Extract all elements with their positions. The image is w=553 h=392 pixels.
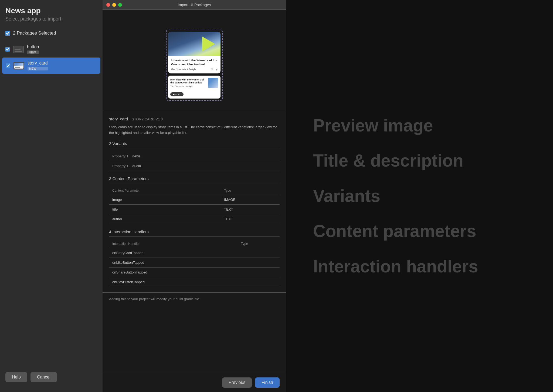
- story-card-info: story_card NEW: [28, 61, 48, 70]
- content-param-row-1: title TEXT: [109, 204, 280, 214]
- previous-button[interactable]: Previous: [222, 377, 252, 388]
- right-label-variants: Variants: [313, 187, 380, 205]
- left-sidebar: News app Select packages to import 2 Pac…: [0, 0, 103, 392]
- play-icon: ▶: [173, 93, 175, 96]
- title-bar: Import UI Packages: [103, 0, 286, 10]
- select-all-checkbox[interactable]: [5, 31, 10, 36]
- dialog-wrapper: Import UI Packages Interview with the Wi…: [103, 0, 286, 392]
- interaction-name-0: onStoryCardTapped: [109, 248, 238, 258]
- cancel-button[interactable]: Cancel: [30, 372, 57, 382]
- content-param-type-2: TEXT: [221, 214, 280, 224]
- story-card-small-thumbnail: [208, 78, 218, 88]
- footnote: Adding this to your project will modify …: [103, 292, 286, 305]
- share-icon[interactable]: ⤤: [215, 68, 218, 71]
- package-item-story-card[interactable]: story_card NEW: [2, 58, 100, 74]
- story-card-footer: The Cinematic Lifestyle ♡ ⤤: [171, 68, 218, 71]
- right-label-interaction-handlers: Interaction handlers: [313, 257, 478, 276]
- content-param-col1-header: Content Parameter: [109, 187, 221, 195]
- button-name: button: [27, 45, 39, 49]
- story-card-icon: [13, 62, 24, 69]
- content-param-name-2: author: [109, 214, 221, 224]
- interaction-section: 4 Interaction Handlers Interaction Handl…: [109, 229, 280, 287]
- right-label-preview-image: Preview image: [313, 116, 433, 135]
- interaction-row-3: onPlayButtonTapped: [109, 277, 280, 287]
- content-param-type-0: IMAGE: [221, 195, 280, 204]
- finish-button[interactable]: Finish: [255, 377, 280, 388]
- app-title: News app: [0, 4, 103, 16]
- story-card-large: Interview with the Winners of the Vancou…: [168, 32, 220, 73]
- preview-area: Interview with the Winners of the Vancou…: [103, 19, 286, 111]
- right-panel: Preview image Title & description Varian…: [286, 0, 553, 392]
- story-card-small-title: Interview with the Winners of the Vancou…: [170, 78, 206, 85]
- story-card-body: Interview with the Winners of the Vancou…: [168, 56, 220, 73]
- package-item-button[interactable]: button NEW: [0, 41, 103, 58]
- content-params-section: 3 Content Parameters Content Parameter T…: [109, 176, 280, 224]
- help-button[interactable]: Help: [5, 372, 27, 382]
- window-title: Import UI Packages: [178, 3, 211, 7]
- play-label: PLAY: [175, 93, 181, 96]
- detail-version: STORY CARD V1.0: [132, 117, 163, 121]
- story-card-actions: ♡ ⤤: [211, 68, 218, 71]
- button-icon: [13, 46, 24, 53]
- story-card-badge: NEW: [28, 67, 48, 70]
- interaction-type-0: [238, 248, 280, 258]
- right-label-title-description: Title & description: [313, 151, 463, 170]
- interaction-table: Interaction Handler Type onStoryCardTapp…: [109, 240, 280, 287]
- maximize-button[interactable]: [118, 3, 122, 7]
- story-card-checkbox[interactable]: [6, 63, 10, 68]
- traffic-lights: [106, 3, 122, 7]
- preview-card-container: Interview with the Winners of the Vancou…: [166, 30, 223, 101]
- close-button[interactable]: [106, 3, 110, 7]
- content-param-row-2: author TEXT: [109, 214, 280, 224]
- package-list: button NEW story_card NEW: [0, 39, 103, 367]
- interaction-row-0: onStoryCardTapped: [109, 248, 280, 258]
- button-info: button NEW: [27, 45, 39, 54]
- interaction-name-3: onPlayButtonTapped: [109, 277, 238, 287]
- variant-row-1: Property 1: audio: [109, 161, 280, 171]
- interaction-name-1: onLikeButtonTapped: [109, 258, 238, 267]
- interaction-col1-header: Interaction Handler: [109, 240, 238, 248]
- content-param-col2-header: Type: [221, 187, 280, 195]
- content-param-type-1: TEXT: [221, 204, 280, 214]
- story-card-large-author: The Cinematic Lifestyle: [171, 68, 196, 71]
- packages-selected-label: 2 Packages Selected: [13, 31, 56, 36]
- content-params-header: 3 Content Parameters: [109, 176, 280, 183]
- sidebar-bottom-bar: Help Cancel: [0, 367, 103, 388]
- play-triangle-icon: [202, 36, 215, 52]
- dialog-content: Interview with the Winners of the Vancou…: [103, 10, 286, 392]
- interaction-section-header: 4 Interaction Handlers: [109, 229, 280, 236]
- detail-description: Story cards are used to display story it…: [109, 124, 280, 136]
- content-param-name-1: title: [109, 204, 221, 214]
- dialog-scrollable[interactable]: Interview with the Winners of the Vancou…: [103, 10, 286, 373]
- button-checkbox[interactable]: [5, 47, 10, 52]
- interaction-type-3: [238, 277, 280, 287]
- right-label-content-parameters: Content parameters: [313, 222, 476, 241]
- interaction-row-1: onLikeButtonTapped: [109, 258, 280, 267]
- story-card-small-text: Interview with the Winners of the Vancou…: [170, 78, 206, 87]
- detail-section: story_card STORY CARD V1.0 Story cards a…: [103, 111, 286, 292]
- button-badge: NEW: [27, 50, 39, 54]
- interaction-type-1: [238, 258, 280, 267]
- app-subtitle: Select packages to import: [0, 16, 103, 27]
- interaction-name-2: onShareButtonTapped: [109, 267, 238, 277]
- variants-list: Property 1: news Property 1: audio: [109, 151, 280, 171]
- like-icon[interactable]: ♡: [211, 68, 213, 71]
- interaction-col2-header: Type: [238, 240, 280, 248]
- center-bottom-bar: Previous Finish: [103, 373, 286, 392]
- content-params-table: Content Parameter Type image IMAGE title: [109, 187, 280, 224]
- story-card-small-author: The Cinematic Lifestyle: [170, 85, 206, 87]
- story-card-name: story_card: [28, 61, 48, 66]
- story-card-large-title: Interview with the Winners of the Vancou…: [171, 58, 218, 66]
- variant-row-0: Property 1: news: [109, 151, 280, 161]
- interaction-row-2: onShareButtonTapped: [109, 267, 280, 277]
- interaction-type-2: [238, 267, 280, 277]
- detail-header: story_card STORY CARD V1.0: [109, 117, 280, 121]
- minimize-button[interactable]: [112, 3, 116, 7]
- story-card-image: [168, 32, 220, 56]
- content-param-name-0: image: [109, 195, 221, 204]
- detail-component-name: story_card: [109, 117, 128, 121]
- content-param-row-0: image IMAGE: [109, 195, 280, 204]
- play-button[interactable]: ▶ PLAY: [170, 92, 184, 96]
- story-card-small-footer: ▶ PLAY: [168, 90, 220, 99]
- packages-selected-row[interactable]: 2 Packages Selected: [0, 27, 103, 39]
